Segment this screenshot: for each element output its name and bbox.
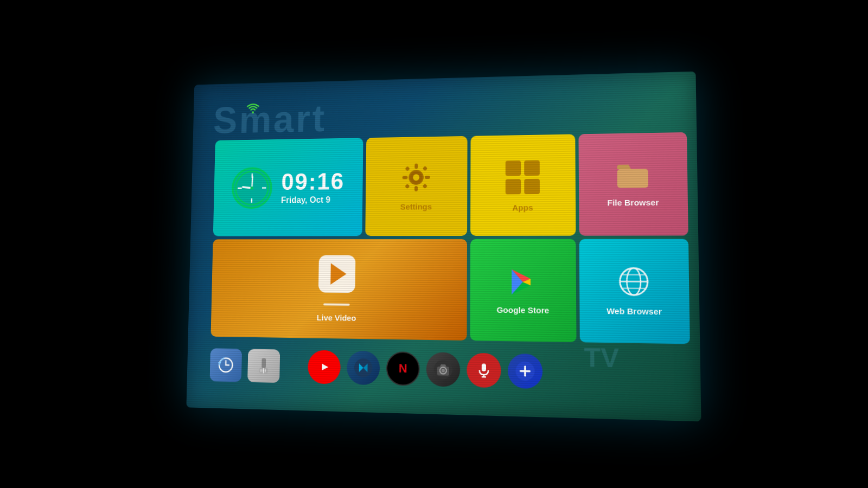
main-grid: 09:16 Friday, Oct 9 [210,132,690,344]
settings-tile[interactable]: Settings [365,136,467,236]
svg-point-34 [354,358,373,377]
apps-label: Apps [512,203,533,212]
apps-tile[interactable]: Apps [470,134,576,235]
svg-point-8 [250,186,253,189]
live-video-tile[interactable]: Live Video [210,239,467,341]
svg-rect-13 [425,176,430,179]
file-browser-tile[interactable]: File Browser [578,132,688,236]
svg-rect-31 [265,369,266,373]
folder-icon [616,161,649,191]
live-video-label: Live Video [317,313,356,323]
taskbar-screenshot[interactable] [426,352,461,387]
svg-rect-12 [403,176,408,179]
taskbar-add[interactable] [508,354,542,389]
web-browser-label: Web Browser [607,306,662,316]
wifi-icon [246,102,260,117]
svg-rect-17 [422,183,427,189]
taskbar-netflix[interactable]: N [386,351,420,386]
svg-line-7 [252,176,252,188]
tv-screen: Smart [186,72,701,422]
gear-icon [400,161,432,196]
svg-rect-15 [423,166,428,171]
svg-text:N: N [399,361,407,375]
taskbar-microphone[interactable] [467,353,501,388]
svg-rect-18 [617,169,648,188]
globe-icon [617,266,650,300]
clock-circle [231,166,272,209]
brand-watermark-top: Smart [213,97,327,142]
web-browser-tile[interactable]: Web Browser [579,239,690,344]
clock-tile[interactable]: 09:16 Friday, Oct 9 [213,138,363,236]
svg-rect-26 [261,358,266,368]
play-underline [323,303,349,305]
settings-label: Settings [400,202,432,211]
svg-rect-30 [263,369,264,373]
google-store-tile[interactable]: Google Store [470,239,577,342]
taskbar-youtube[interactable] [308,350,341,384]
svg-rect-29 [260,369,261,372]
taskbar-history[interactable] [210,348,242,382]
taskbar: N [210,348,543,389]
svg-rect-42 [482,363,486,371]
clock-date: Friday, Oct 9 [281,195,330,205]
svg-rect-16 [405,184,410,189]
apps-grid-icon [503,158,542,197]
play-button-icon [318,255,356,293]
svg-rect-10 [414,164,418,169]
svg-rect-11 [414,186,418,191]
file-browser-label: File Browser [607,197,659,207]
google-play-icon [506,265,540,299]
svg-rect-14 [405,166,410,171]
clock-digits: 09:16 [281,170,344,194]
clock-info: 09:16 Friday, Oct 9 [281,170,345,205]
taskbar-clean[interactable] [247,349,280,383]
taskbar-kodi[interactable] [347,351,380,386]
google-store-label: Google Store [496,305,549,315]
svg-point-0 [252,111,254,113]
